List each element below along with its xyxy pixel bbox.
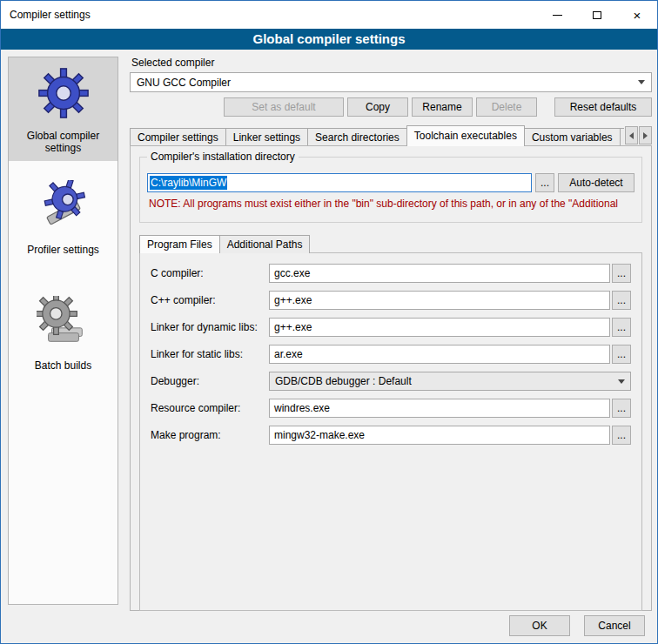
tab-compiler-settings[interactable]: Compiler settings xyxy=(130,128,226,146)
close-icon: × xyxy=(634,9,641,22)
cpp-compiler-browse-button[interactable]: ... xyxy=(612,291,631,310)
field-label: C++ compiler: xyxy=(151,294,269,306)
dialog-footer: OK Cancel xyxy=(509,615,645,636)
left-arrow-icon xyxy=(629,132,634,139)
static-linker-input[interactable]: ar.exe xyxy=(269,345,610,364)
resource-compiler-browse-button[interactable]: ... xyxy=(612,399,631,418)
reset-defaults-button[interactable]: Reset defaults xyxy=(554,97,652,117)
batch-builds-icon xyxy=(37,296,91,352)
sidebar-item-label: Global compiler settings xyxy=(12,130,114,154)
maximize-icon xyxy=(593,11,601,19)
field-label: Linker for static libs: xyxy=(151,348,269,360)
delete-button[interactable]: Delete xyxy=(476,97,537,117)
field-label: Linker for dynamic libs: xyxy=(151,321,269,333)
dynamic-linker-browse-button[interactable]: ... xyxy=(612,318,631,337)
settings-tabs: Compiler settings Linker settings Search… xyxy=(130,125,652,146)
tab-linker-settings[interactable]: Linker settings xyxy=(225,128,308,146)
titlebar: Compiler settings × xyxy=(1,1,657,29)
field-value: gcc.exe xyxy=(274,267,310,279)
program-files-panel: C compiler: gcc.exe ... C++ compiler: g+… xyxy=(139,252,642,611)
field-value: windres.exe xyxy=(274,402,330,414)
cpp-compiler-input[interactable]: g++.exe xyxy=(269,291,610,310)
main-panel: Selected compiler GNU GCC Compiler Set a… xyxy=(130,55,652,611)
sidebar-item-label: Profiler settings xyxy=(27,244,99,256)
debugger-select[interactable]: GDB/CDB debugger : Default xyxy=(269,372,631,391)
tab-custom-variables[interactable]: Custom variables xyxy=(524,128,621,146)
chevron-down-icon xyxy=(638,80,645,84)
make-program-browse-button[interactable]: ... xyxy=(612,426,631,445)
tab-toolchain-executables[interactable]: Toolchain executables xyxy=(406,125,525,146)
toolchain-executables-panel: Compiler's installation directory C:\ray… xyxy=(130,145,652,611)
field-value: ar.exe xyxy=(274,348,303,360)
rename-button[interactable]: Rename xyxy=(412,97,473,117)
copy-button[interactable]: Copy xyxy=(347,97,408,117)
field-row-resource-compiler: Resource compiler: windres.exe ... xyxy=(151,399,631,418)
program-tabs: Program Files Additional Paths xyxy=(139,235,651,253)
global-compiler-gear-icon xyxy=(37,66,91,123)
selected-compiler-select[interactable]: GNU GCC Compiler xyxy=(130,72,652,92)
field-value: g++.exe xyxy=(274,294,312,306)
field-value: mingw32-make.exe xyxy=(274,429,365,441)
make-program-input[interactable]: mingw32-make.exe xyxy=(269,426,610,445)
subtab-additional-paths[interactable]: Additional Paths xyxy=(219,235,311,253)
static-linker-browse-button[interactable]: ... xyxy=(612,345,631,364)
selected-compiler-label: Selected compiler xyxy=(131,57,652,69)
close-button[interactable]: × xyxy=(617,1,657,29)
tab-search-directories[interactable]: Search directories xyxy=(307,128,407,146)
field-row-dynamic-linker: Linker for dynamic libs: g++.exe ... xyxy=(151,318,631,337)
profiler-icon xyxy=(37,180,91,237)
field-label: Make program: xyxy=(151,429,269,441)
right-arrow-icon xyxy=(643,132,648,139)
installation-directory-browse-button[interactable]: ... xyxy=(535,173,554,192)
sidebar-item-batch-builds[interactable]: Batch builds xyxy=(9,287,118,379)
field-row-c-compiler: C compiler: gcc.exe ... xyxy=(151,264,631,283)
installation-directory-label: Compiler's installation directory xyxy=(147,151,299,163)
field-row-debugger: Debugger: GDB/CDB debugger : Default xyxy=(151,372,631,391)
sidebar-item-label: Batch builds xyxy=(35,359,91,372)
field-value: g++.exe xyxy=(274,321,312,333)
installation-directory-value: C:\raylib\MinGW xyxy=(150,176,227,190)
chevron-down-icon xyxy=(618,379,625,384)
field-label: Resource compiler: xyxy=(151,402,269,414)
c-compiler-input[interactable]: gcc.exe xyxy=(269,264,610,283)
maximize-button[interactable] xyxy=(577,1,617,29)
installation-directory-row: C:\raylib\MinGW ... Auto-detect xyxy=(147,173,634,192)
dynamic-linker-input[interactable]: g++.exe xyxy=(269,318,610,337)
field-row-make-program: Make program: mingw32-make.exe ... xyxy=(151,426,631,445)
field-row-cpp-compiler: C++ compiler: g++.exe ... xyxy=(151,291,631,310)
field-row-static-linker: Linker for static libs: ar.exe ... xyxy=(151,345,631,364)
window-title: Compiler settings xyxy=(1,9,91,21)
installation-directory-group: Compiler's installation directory C:\ray… xyxy=(139,157,642,223)
dialog-header: Global compiler settings xyxy=(1,29,657,50)
auto-detect-button[interactable]: Auto-detect xyxy=(558,173,634,192)
sidebar-item-profiler-settings[interactable]: Profiler settings xyxy=(9,171,118,263)
installation-directory-input[interactable]: C:\raylib\MinGW xyxy=(147,173,532,192)
subtab-program-files[interactable]: Program Files xyxy=(139,235,220,253)
minimize-icon xyxy=(553,15,562,16)
settings-category-list: Global compiler settings xyxy=(8,57,118,605)
compiler-settings-dialog: Compiler settings × Global compiler sett… xyxy=(0,0,658,644)
compiler-actions: Set as default Copy Rename Delete Reset … xyxy=(130,97,652,117)
ok-button[interactable]: OK xyxy=(509,615,570,636)
set-as-default-button[interactable]: Set as default xyxy=(224,97,344,117)
tab-scroll-right-button[interactable] xyxy=(639,126,652,144)
tab-scroll-left-button[interactable] xyxy=(625,126,638,144)
window-controls: × xyxy=(537,1,657,29)
field-value: GDB/CDB debugger : Default xyxy=(275,375,412,387)
selected-compiler-value: GNU GCC Compiler xyxy=(137,77,231,89)
installation-note: NOTE: All programs must exist either in … xyxy=(149,198,633,210)
minimize-button[interactable] xyxy=(537,1,577,29)
field-label: C compiler: xyxy=(151,267,269,279)
sidebar-item-global-compiler-settings[interactable]: Global compiler settings xyxy=(9,57,118,161)
resource-compiler-input[interactable]: windres.exe xyxy=(269,399,610,418)
c-compiler-browse-button[interactable]: ... xyxy=(612,264,631,283)
tab-scroll-arrows xyxy=(624,126,652,144)
cancel-button[interactable]: Cancel xyxy=(584,615,645,636)
dialog-header-title: Global compiler settings xyxy=(252,31,405,46)
field-label: Debugger: xyxy=(151,375,269,387)
